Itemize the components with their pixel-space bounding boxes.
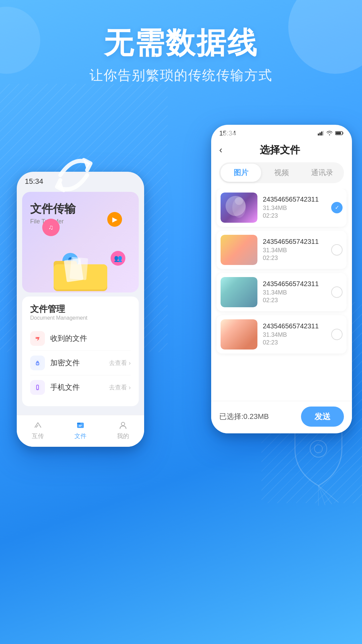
svg-rect-16 (79, 425, 82, 426)
music-floating-icon: ♫ (42, 219, 60, 236)
svg-rect-19 (318, 133, 319, 136)
nav-item-transfer[interactable]: 互传 (32, 421, 44, 440)
svg-rect-8 (34, 359, 41, 367)
left-phone-time: 15:34 (25, 177, 43, 186)
file-info-1: 243546565742311 31.34MB 02:23 (263, 196, 327, 219)
file-image-4 (221, 319, 257, 350)
header-section: 无需数据线 让你告别繁琐的传统传输方式 (0, 0, 362, 98)
svg-rect-20 (319, 132, 321, 136)
file-mgmt-item-encrypted[interactable]: 加密文件 去查看 › (30, 351, 131, 375)
file-size-4: 31.34MB (263, 331, 327, 338)
nav-item-mine[interactable]: 我的 (117, 421, 129, 440)
file-info-4: 243546565742311 31.34MB 02:23 (263, 322, 327, 346)
file-duration-3: 02:23 (263, 297, 327, 304)
encrypted-files-label: 加密文件 (50, 358, 109, 368)
file-thumb-3 (221, 277, 257, 307)
file-mgmt-item-received[interactable]: 收到的文件 (30, 326, 131, 351)
status-icons (318, 131, 344, 136)
wifi-icon (326, 131, 333, 136)
file-mgmt-section: 文件管理 Document Management 收到的文件 加密文件 去查看 … (22, 297, 139, 406)
svg-rect-21 (321, 131, 322, 136)
file-mgmt-title: 文件管理 (30, 303, 131, 315)
file-item-2[interactable]: 243546565742311 31.34MB 02:23 (217, 231, 347, 269)
send-bar: 已选择:0.23MB 发送 (211, 401, 352, 433)
tab-contacts[interactable]: 通讯录 (302, 164, 343, 182)
left-phone-hero: 文件传输 File Transfer ♫ ▶ 👤 👥 ▶ (22, 192, 139, 292)
file-mgmt-subtitle: Document Management (30, 315, 131, 321)
svg-rect-17 (79, 426, 81, 427)
file-duration-4: 02:23 (263, 339, 327, 346)
file-duration-1: 02:23 (263, 212, 327, 219)
file-check-3[interactable] (331, 286, 343, 298)
file-duration-2: 02:23 (263, 255, 327, 262)
phone-files-arrow: 去查看 › (109, 383, 131, 391)
tab-videos[interactable]: 视频 (261, 164, 302, 182)
left-phone-nav: 互传 文件 我的 (17, 415, 144, 447)
folder-icon (50, 254, 111, 292)
file-check-2[interactable] (331, 244, 343, 256)
svg-point-26 (235, 197, 243, 205)
sub-title: 让你告别繁琐的传统传输方式 (0, 66, 362, 85)
file-item-3[interactable]: 243546565742311 31.34MB 02:23 (217, 273, 347, 311)
svg-rect-24 (336, 132, 341, 135)
file-thumb-4 (221, 319, 257, 350)
svg-point-18 (121, 422, 125, 426)
share-icon-wrapper (44, 145, 104, 207)
mine-nav-icon (118, 421, 128, 430)
file-check-1[interactable]: ✓ (331, 202, 343, 213)
file-check-4[interactable] (331, 329, 343, 340)
nav-item-files[interactable]: 文件 (74, 421, 86, 440)
svg-point-38 (314, 445, 322, 453)
selected-size-label: 已选择:0.23MB (219, 412, 269, 422)
file-info-3: 243546565742311 31.34MB 02:23 (263, 280, 327, 304)
phone-right: 15:34 (211, 125, 352, 433)
file-size-3: 31.34MB (263, 289, 327, 296)
file-name-4: 243546565742311 (263, 322, 327, 330)
signal-icon (318, 131, 324, 136)
share-arrows-icon (44, 145, 104, 205)
svg-rect-22 (323, 131, 324, 136)
nav-files-label: 文件 (74, 432, 86, 440)
file-image-3 (221, 277, 257, 307)
main-title: 无需数据线 (0, 27, 362, 59)
encrypted-files-arrow: 去查看 › (109, 359, 131, 367)
file-info-2: 243546565742311 31.34MB 02:23 (263, 238, 327, 262)
file-size-1: 31.34MB (263, 205, 327, 212)
video-floating-icon: ▶ (107, 212, 122, 227)
svg-point-25 (232, 198, 246, 218)
file-mgmt-item-phone[interactable]: 手机文件 去查看 › (30, 375, 131, 399)
file-list: 243546565742311 31.34MB 02:23 ✓ (211, 189, 352, 358)
file-name-3: 243546565742311 (263, 280, 327, 288)
svg-rect-15 (77, 423, 80, 424)
encrypted-files-icon (30, 356, 45, 370)
svg-point-37 (310, 440, 327, 457)
phone-left: 15:34 文件传输 File Transfer ♫ ▶ 👤 👥 ▶ (17, 172, 144, 447)
file-thumb-2 (221, 235, 257, 265)
svg-rect-13 (37, 389, 38, 389)
file-item-4[interactable]: 243546565742311 31.34MB 02:23 (217, 315, 347, 354)
nav-mine-label: 我的 (117, 432, 129, 440)
transfer-nav-icon (33, 421, 43, 430)
svg-rect-6 (69, 257, 88, 280)
file-image-1 (221, 193, 257, 223)
received-files-icon (30, 331, 45, 346)
battery-icon (335, 131, 344, 136)
svg-point-10 (37, 363, 38, 364)
file-size-2: 31.34MB (263, 247, 327, 254)
received-files-label: 收到的文件 (50, 333, 131, 343)
phone-files-label: 手机文件 (50, 382, 109, 392)
file-name-2: 243546565742311 (263, 238, 327, 246)
nav-transfer-label: 互传 (32, 432, 44, 440)
file-item-1[interactable]: 243546565742311 31.34MB 02:23 ✓ (217, 189, 347, 227)
contacts-floating-icon: 👥 (111, 251, 125, 266)
tab-bar: 图片 视频 通讯录 (219, 162, 344, 183)
phone-files-icon (30, 380, 45, 395)
files-nav-icon (76, 421, 85, 430)
send-button[interactable]: 发送 (301, 407, 344, 427)
phones-container: 15:34 文件传输 File Transfer ♫ ▶ 👤 👥 ▶ (0, 105, 362, 541)
tab-images[interactable]: 图片 (221, 164, 261, 182)
file-name-1: 243546565742311 (263, 196, 327, 203)
file-image-2 (221, 235, 257, 265)
file-thumb-1 (221, 193, 257, 223)
